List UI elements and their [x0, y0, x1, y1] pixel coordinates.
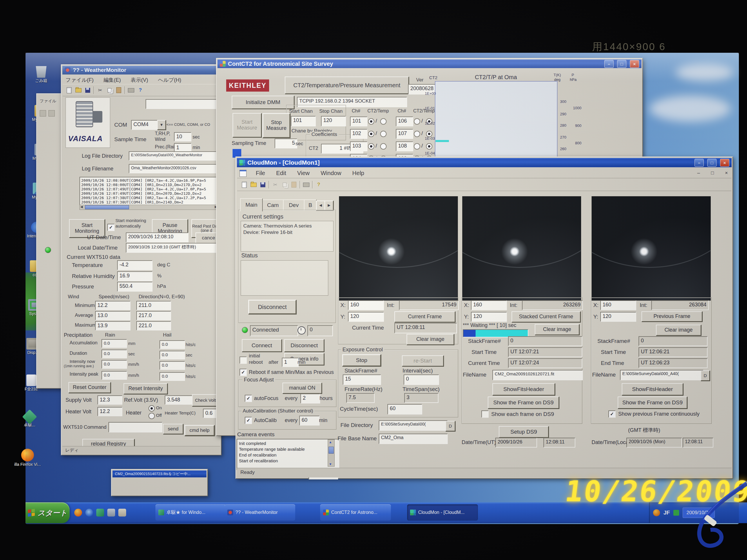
- open-icon[interactable]: [249, 181, 258, 189]
- start-button[interactable]: スタート: [26, 502, 70, 523]
- stop-chan-field[interactable]: 120: [321, 116, 346, 126]
- events-vscrollbar[interactable]: ▲ ▼: [328, 439, 335, 466]
- maximize-icon[interactable]: □: [707, 159, 717, 167]
- disconnect-main-button[interactable]: Disconnect: [248, 300, 297, 314]
- ch-field[interactable]: 107: [396, 129, 413, 139]
- open-icon[interactable]: [74, 86, 83, 95]
- log-row[interactable]: 2009/10/26 12:07:49UT[COM4] [0R1,Dn=207D…: [81, 191, 219, 196]
- humidity-field[interactable]: 16.9: [117, 271, 153, 281]
- p2-x-field[interactable]: 160: [471, 300, 507, 310]
- mdi-child-icon[interactable]: [239, 170, 247, 177]
- desktop-icon-takkun[interactable]: 卓駆...: [16, 411, 43, 427]
- scroll-up-icon[interactable]: ▲: [329, 440, 332, 444]
- quicklaunch-desktop-icon[interactable]: [107, 509, 115, 516]
- minimize-icon[interactable]: –: [695, 159, 704, 167]
- new-icon[interactable]: [65, 86, 74, 95]
- ch101-ct2-radio[interactable]: [368, 118, 375, 125]
- heater-off-radio[interactable]: [149, 413, 155, 419]
- setup-ds9-button[interactable]: Setup DS9: [499, 426, 549, 438]
- p1-y-field[interactable]: 120: [348, 312, 384, 322]
- taskbar-button-contct2[interactable]: ContCT2 for Astrono...: [320, 504, 391, 521]
- p2-showfits-button[interactable]: ShowFitsHeader: [492, 383, 555, 395]
- show-each-frame-checkbox[interactable]: [481, 410, 489, 418]
- ch106-ct2-radio[interactable]: [414, 118, 420, 125]
- save-icon[interactable]: [83, 86, 92, 95]
- temperature-field[interactable]: -4.2: [117, 260, 153, 270]
- log-row[interactable]: 2009/10/26 12:07:49UT[COM4] [0R2,Ta=-4.2…: [81, 187, 219, 191]
- p3-x-field[interactable]: 160: [600, 300, 636, 310]
- previous-frame-button[interactable]: Previous Frame: [641, 311, 702, 322]
- logdir-field[interactable]: E:\00SiteSurveyData\000_WeatherMonitor: [129, 151, 218, 161]
- p3-clear-image-button[interactable]: Clear image: [656, 325, 701, 336]
- initialize-dmm-button[interactable]: Initialize DMM: [232, 96, 294, 109]
- p2-clear-image-button[interactable]: Clear image: [535, 324, 579, 335]
- menu-view[interactable]: 表示(V): [131, 77, 148, 83]
- p3-y-field[interactable]: 120: [600, 312, 636, 322]
- strip-toolbar-icon[interactable]: [48, 110, 55, 116]
- paste-icon[interactable]: [289, 181, 299, 189]
- autocalib-min-field[interactable]: 60: [299, 416, 319, 426]
- ch103-temp-radio[interactable]: [380, 143, 387, 150]
- strip-menu-file[interactable]: ファイル: [40, 99, 56, 104]
- autocalib-checkbox[interactable]: ✓: [245, 417, 252, 424]
- ut-datetime-field[interactable]: 2009/10/26 12:08:10: [126, 233, 188, 242]
- ch108-ct2-radio[interactable]: [414, 143, 420, 150]
- log-hscroll-thumb[interactable]: [85, 205, 129, 209]
- file-directory-browse-button[interactable]: D: [445, 421, 455, 431]
- p3-filename-field[interactable]: E:\00SiteSurveyData\000_A40(: [620, 370, 703, 380]
- taskbar-button-weathermonitor[interactable]: ?? - WeatherMonitor: [225, 504, 295, 521]
- com-select[interactable]: COM4: [131, 120, 161, 130]
- tab-main[interactable]: Main: [240, 198, 263, 212]
- restart-button[interactable]: re-Start: [402, 355, 444, 366]
- tab-scroll-left-icon[interactable]: ◀: [316, 201, 325, 210]
- save-icon[interactable]: [258, 181, 267, 189]
- manual-on-button[interactable]: manual ON: [282, 382, 322, 394]
- desktop-icon-recycle-bin[interactable]: ごみ箱: [28, 66, 54, 83]
- com-dropdown-arrow-icon[interactable]: ▼: [157, 120, 166, 130]
- current-frame-button[interactable]: Current Frame: [394, 311, 455, 322]
- menu-help[interactable]: ヘルプ(H): [158, 77, 181, 83]
- p3-showfits-button[interactable]: ShowFitsHeader: [622, 383, 683, 395]
- mdi-minimize-icon[interactable]: –: [697, 170, 700, 176]
- heater-on-radio[interactable]: [149, 405, 155, 411]
- ch-field[interactable]: 106: [396, 116, 413, 126]
- copy-icon[interactable]: [105, 86, 114, 95]
- ch102-ct2-radio[interactable]: [368, 131, 375, 137]
- cloudmon-titlebar[interactable]: CloudMon - [CloudMon1] – □ ×: [237, 158, 731, 167]
- quicklaunch-firefox-icon[interactable]: [74, 509, 82, 516]
- p3-show-ds9-button[interactable]: Show the Frame on DS9: [618, 397, 687, 409]
- log-row[interactable]: 2009/10/26 12:07:38UT[COM4] [0R2,Ta=-4.2…: [81, 196, 219, 200]
- menu-help[interactable]: Help: [352, 170, 364, 177]
- print-icon[interactable]: [126, 86, 136, 95]
- local-datetime-field[interactable]: 2009/10/26 12:08:10 (GMT 標準時): [126, 243, 219, 253]
- p2-filename-field[interactable]: CM2_Oma20091026120721.fit: [492, 370, 583, 380]
- event-row[interactable]: End of recalibration: [239, 452, 337, 458]
- menu-edit[interactable]: Edit: [276, 170, 286, 177]
- menu-edit[interactable]: 編集(E): [104, 77, 121, 83]
- disconnect-button[interactable]: Disconnect: [284, 339, 324, 352]
- auto-monitoring-checkbox[interactable]: ✓: [107, 224, 114, 231]
- cycletime-field[interactable]: 60: [387, 404, 422, 415]
- copy-icon[interactable]: [280, 181, 289, 189]
- mdi-restore-icon[interactable]: □: [711, 170, 714, 176]
- tab-b[interactable]: B: [304, 199, 317, 211]
- strip-toolbar-icon[interactable]: [40, 110, 46, 116]
- reboot-min-field[interactable]: 1: [282, 358, 299, 367]
- ch-field[interactable]: 108: [396, 141, 413, 151]
- log-listbox[interactable]: 2009/10/26 12:08:00UT[COM4] [0R2,Ta=-4.2…: [79, 177, 221, 208]
- menu-file[interactable]: File: [256, 170, 265, 177]
- reset-counter-button[interactable]: Reset Counter: [69, 382, 111, 393]
- p1-stackframe-field[interactable]: 15: [343, 374, 381, 385]
- log-row[interactable]: 2009/10/26 12:08:00UT[COM4] [0R1,Dn=211D…: [81, 183, 219, 187]
- camera-events-listbox[interactable]: Init completed Temperature range table a…: [237, 439, 339, 470]
- contct2-titlebar[interactable]: ContCT2 for Astronomical Site Survey – □…: [217, 59, 641, 68]
- ch101-temp-radio[interactable]: [380, 118, 387, 125]
- quicklaunch-ie-icon[interactable]: [85, 509, 93, 516]
- copy-progress-titlebar[interactable]: CM2_Oma20090215140723.fitsをコピー中...: [112, 471, 206, 477]
- log-row[interactable]: 2009/10/26 12:08:00UT[COM4] [0R2,Ta=-4.2…: [81, 178, 219, 183]
- new-icon[interactable]: [239, 181, 249, 189]
- autofocus-hours-field[interactable]: 2: [301, 394, 320, 403]
- pressure-field[interactable]: 550.4: [117, 282, 153, 292]
- wm-top-field[interactable]: [146, 99, 218, 109]
- p2-show-ds9-button[interactable]: Show the Frame on DS9: [488, 397, 559, 409]
